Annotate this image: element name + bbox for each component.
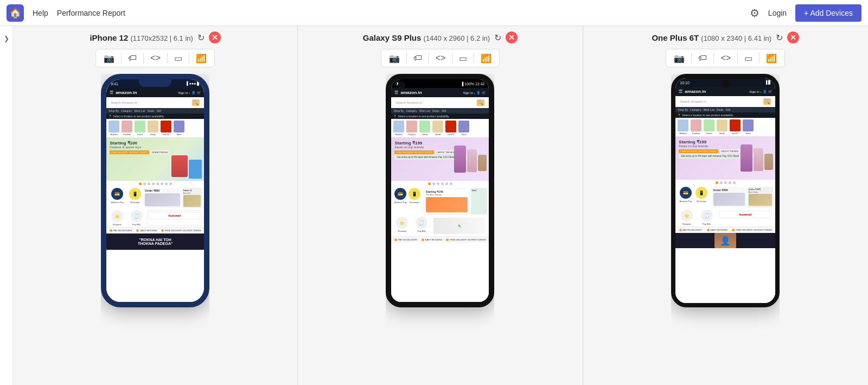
- add-devices-button[interactable]: + Add Devices: [795, 4, 861, 22]
- screenshot-icon-op[interactable]: 📷: [674, 53, 685, 64]
- device-toolbar-oneplus6t: 📷 🏷 <> ▭ 📶: [666, 49, 785, 67]
- device-close-iphone12[interactable]: ✕: [209, 31, 221, 43]
- oneplus-teardrop: [721, 79, 730, 88]
- login-button[interactable]: Login: [768, 9, 787, 17]
- device-toolbar-galaxys9: 📷 🏷 <> ▭ 📶: [381, 49, 500, 67]
- signal-iphone12: ▐ ●●● ▊: [186, 81, 200, 86]
- device-header-oneplus6t: One Plus 6T (1080 x 2340 | 6.41 in) ↻ ✕: [583, 31, 868, 43]
- time-op: 10:10: [680, 81, 690, 85]
- phone-wrapper-galaxys9: ◑ ▐ 100% 12:42 ☰ amazon.in Sign in › 👤 🛒: [386, 74, 494, 380]
- wifi-icon-s9[interactable]: 📶: [481, 53, 492, 64]
- sidebar-toggle[interactable]: ❯: [0, 26, 13, 385]
- code-icon-op[interactable]: <>: [720, 53, 731, 63]
- amazon-content-oneplus6t[interactable]: ☰ amazon.in Sign in › 👤 🛒 Search Amazon.…: [675, 87, 775, 303]
- device-toolbar-iphone12: 📷 🏷 <> ▭ 📶: [95, 49, 215, 67]
- phone-wrapper-iphone12: 9:41 ▐ ●●● ▊ ☰ amazon.in Sign in › 👤 🛒: [101, 74, 209, 380]
- phone-wrapper-oneplus6t: 10:10 ▐ ▊ ☰ amazon.in Sign in › 👤 🛒: [671, 74, 780, 380]
- phone-frame-oneplus6t: 10:10 ▐ ▊ ☰ amazon.in Sign in › 👤 🛒: [671, 74, 780, 307]
- screenshot-icon-s9[interactable]: 📷: [389, 53, 400, 64]
- top-nav: 🏠 Help Performance Report ⚙ Login + Add …: [0, 0, 868, 26]
- amazon-footer-op: 🟠PAY ON DELIVERY 🟠EASY RETURNS 🟠FREE DEL…: [675, 226, 775, 233]
- amazon-nav: Shop ByCategoryWish ListDealsSell: [106, 108, 204, 113]
- settings-icon[interactable]: ⚙: [750, 7, 760, 20]
- wifi-icon[interactable]: 📶: [196, 53, 207, 64]
- amazon-footer-iphone12: 🟠PAY ON DELIVERY 🟠EASY RETURNS 🟠FREE DEL…: [106, 227, 204, 233]
- status-bar-galaxys9: ◑ ▐ 100% 12:42: [391, 79, 489, 88]
- phone-frame-galaxys9: ◑ ▐ 100% 12:42 ☰ amazon.in Sign in › 👤 🛒: [386, 74, 494, 307]
- hummel-logo: hummel: [149, 212, 200, 219]
- device-title-iphone12: iPhone 12 (1170x2532 | 6.1 in): [90, 33, 193, 42]
- amazon-categories: Mobiles Fashion Home Deals miniTV Elect: [106, 119, 204, 137]
- main-content: ❯ iPhone 12 (1170x2532 | 6.1 in) ↻ ✕ 📷 🏷…: [0, 26, 868, 385]
- amazon-search-iphone12[interactable]: Search Amazon.in 🔍: [108, 98, 202, 107]
- device-close-oneplus6t[interactable]: ✕: [787, 31, 799, 43]
- page-title: Performance Report: [57, 9, 125, 17]
- signin-text: Sign in ›: [178, 91, 190, 94]
- label-icon-s9[interactable]: 🏷: [413, 53, 422, 63]
- iphone-notch: [139, 79, 171, 87]
- amazon-content-galaxys9[interactable]: ☰ amazon.in Sign in › 👤 🛒 Search Amazon.…: [391, 88, 489, 302]
- amazon-header-op: ☰ amazon.in Sign in › 👤 🛒: [675, 87, 775, 96]
- hero-banner-iphone12: Starting ₹100 Outdoor & sports toys FREE…: [106, 137, 204, 181]
- search-text: Search Amazon.in: [111, 101, 191, 104]
- cart-icon: 🛒: [197, 91, 201, 94]
- amazon-footer-s9: 🟠PAY ON DELIVERY 🟠EASY RETURNS 🟠FREE DEL…: [391, 236, 489, 243]
- amazon-search-s9[interactable]: Search Amazon.in 🔍: [393, 98, 487, 107]
- hummel-logo-op: hummel: [719, 211, 772, 218]
- device-title-galaxys9: Galaxy S9 Plus (1440 x 2960 | 6.2 in): [363, 33, 490, 42]
- label-icon[interactable]: 🏷: [128, 53, 137, 63]
- device-panel-oneplus6t: One Plus 6T (1080 x 2340 | 6.41 in) ↻ ✕ …: [583, 26, 868, 385]
- carousel-dots-iphone12: [106, 181, 204, 187]
- logo-icon[interactable]: 🏠: [7, 4, 24, 22]
- device-refresh-galaxys9[interactable]: ↻: [494, 33, 501, 43]
- amazon-location: 📍Select a location to see product availa…: [106, 113, 204, 119]
- wifi-icon-op[interactable]: 📶: [766, 53, 777, 64]
- device-close-galaxys9[interactable]: ✕: [506, 31, 518, 43]
- device-title-oneplus6t: One Plus 6T (1080 x 2340 | 6.41 in): [652, 33, 771, 42]
- amazon-logo: amazon.in: [116, 90, 137, 95]
- hero-title-iphone12: Starting ₹100: [110, 141, 201, 146]
- help-link[interactable]: Help: [33, 9, 48, 17]
- code-icon[interactable]: <>: [150, 53, 161, 63]
- search-button[interactable]: 🔍: [192, 99, 200, 106]
- search-btn-s9[interactable]: 🔍: [477, 99, 484, 106]
- device-panel-galaxys9: Galaxy S9 Plus (1440 x 2960 | 6.2 in) ↻ …: [298, 26, 583, 385]
- label-icon-op[interactable]: 🏷: [698, 53, 707, 63]
- device-header-galaxys9: Galaxy S9 Plus (1440 x 2960 | 6.2 in) ↻ …: [298, 31, 582, 43]
- code-icon-s9[interactable]: <>: [436, 53, 446, 63]
- time-s9: ▐ 100% 12:42: [461, 82, 484, 86]
- device-panel-iphone12: iPhone 12 (1170x2532 | 6.1 in) ↻ ✕ 📷 🏷 <…: [13, 26, 298, 385]
- amazon-search-op[interactable]: Search Amazon.in 🔍: [678, 97, 773, 106]
- screenshot-icon[interactable]: 📷: [104, 53, 114, 64]
- bottom-banner-iphone12: "ROKNA HAI TOH THOKNA PADEGA": [106, 233, 204, 250]
- chevron-right-icon: ❯: [4, 35, 9, 42]
- user-icon: 👤: [192, 91, 195, 94]
- search-btn-op[interactable]: 🔍: [763, 98, 771, 105]
- signal-op: ▐ ▊: [764, 80, 771, 85]
- amazon-content-iphone12[interactable]: ☰ amazon.in Sign in › 👤 🛒 Search Amazon.…: [106, 88, 204, 302]
- video-icon-op[interactable]: ▭: [744, 53, 752, 64]
- amazon-header-s9: ☰ amazon.in Sign in › 👤 🛒: [391, 88, 489, 97]
- hero-subtitle-iphone12: Outdoor & sports toys: [110, 146, 201, 149]
- devices-area: iPhone 12 (1170x2532 | 6.1 in) ↻ ✕ 📷 🏷 <…: [13, 26, 868, 385]
- video-icon[interactable]: ▭: [174, 53, 182, 64]
- phone-frame-iphone12: 9:41 ▐ ●●● ▊ ☰ amazon.in Sign in › 👤 🛒: [101, 74, 209, 307]
- device-header-iphone12: iPhone 12 (1170x2532 | 6.1 in) ↻ ✕: [13, 31, 297, 43]
- device-refresh-iphone12[interactable]: ↻: [197, 33, 205, 43]
- hero-banner-op: Starting ₹199 Deals on top brands FREE D…: [675, 136, 775, 180]
- video-icon-s9[interactable]: ▭: [459, 53, 467, 64]
- bottom-image-s9: 🦎: [458, 224, 461, 228]
- time-iphone12: 9:41: [111, 82, 118, 86]
- device-refresh-oneplus6t[interactable]: ↻: [776, 33, 783, 43]
- hero-banner-s9: Starting ₹199 Deals on top brands FREE D…: [391, 137, 489, 181]
- amazon-header: ☰ amazon.in Sign in › 👤 🛒: [106, 88, 204, 97]
